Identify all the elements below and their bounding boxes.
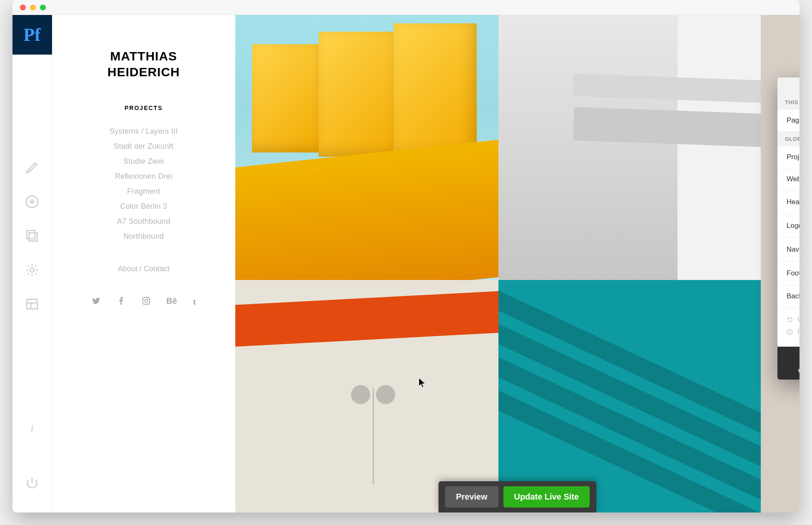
window-close-dot[interactable]	[20, 5, 26, 10]
app-logo[interactable]: Pf	[12, 15, 52, 55]
customize-panel: × THIS GALLERY Page Background GLOBAL Pr…	[777, 78, 800, 380]
panel-row[interactable]: Logo	[777, 214, 800, 238]
panel-row-label: Background	[787, 292, 800, 300]
project-link[interactable]: Studie Zwei	[69, 154, 219, 169]
tab-customize[interactable]: CUSTOMIZE	[777, 347, 800, 380]
tab-customize-label: CUSTOMIZE	[798, 368, 800, 374]
pages-icon[interactable]	[25, 229, 39, 243]
tumblr-icon[interactable]: t	[193, 296, 196, 308]
panel-row[interactable]: Footer	[777, 262, 800, 285]
panel-row[interactable]: Header	[777, 190, 800, 214]
undo-label: Undo last edit	[797, 316, 800, 323]
instagram-icon[interactable]	[142, 296, 151, 308]
revert-action[interactable]: Revert to last publish	[787, 326, 800, 338]
panel-drag-handle[interactable]: ×	[777, 78, 800, 95]
panel-row[interactable]: Page Background	[777, 110, 800, 132]
preview-button[interactable]: Preview	[445, 486, 498, 508]
project-tile-2[interactable]	[235, 280, 498, 512]
pencil-icon[interactable]	[25, 160, 39, 175]
panel-row-label: Footer	[787, 269, 800, 278]
tool-rail: Pf i	[12, 15, 52, 512]
publish-button[interactable]: Update Live Site	[503, 486, 590, 508]
cursor-icon	[418, 378, 426, 388]
project-tile-1[interactable]	[235, 15, 498, 280]
project-link[interactable]: Systems / Layers III	[69, 124, 219, 139]
svg-point-3	[30, 268, 34, 272]
facebook-icon[interactable]	[117, 296, 126, 308]
site-title: MATTHIAS HEIDERICH	[69, 48, 219, 80]
panel-tabs: CUSTOMIZE BASIC	[777, 347, 800, 380]
panel-row-label: Header	[787, 198, 800, 206]
project-link[interactable]: Fragment	[69, 184, 219, 199]
svg-point-6	[144, 299, 147, 302]
panel-actions: Undo last edit Revert to last publish	[777, 308, 800, 347]
panel-row-label: Page Background	[787, 116, 800, 125]
svg-rect-4	[27, 300, 37, 309]
layout-icon[interactable]	[25, 297, 39, 311]
project-link[interactable]: Stadt der Zukunft	[69, 139, 219, 154]
app-window: Pf i	[12, 0, 800, 512]
projects-nav: Systems / Layers IIIStadt der ZukunftStu…	[69, 124, 219, 244]
project-tile-4[interactable]	[498, 280, 761, 512]
svg-rect-1	[27, 230, 35, 239]
twitter-icon[interactable]	[92, 296, 101, 308]
social-links: Bē t	[69, 296, 219, 308]
info-icon[interactable]: i	[25, 422, 39, 436]
project-tile-3[interactable]	[498, 15, 761, 280]
project-link[interactable]: Color Berlin 3	[69, 199, 219, 214]
project-link[interactable]: Reflexionen Drei	[69, 169, 219, 184]
svg-point-7	[147, 298, 148, 299]
panel-row[interactable]: Background	[777, 285, 800, 308]
revert-label: Revert to last publish	[797, 328, 800, 336]
panel-row[interactable]: Project Covers	[777, 146, 800, 168]
gear-icon[interactable]	[25, 263, 39, 277]
panel-row-label: Navigation	[787, 245, 800, 254]
power-icon[interactable]	[25, 476, 39, 490]
plus-circle-icon[interactable]	[25, 195, 39, 209]
window-titlebar	[12, 0, 800, 15]
svg-rect-2	[29, 233, 37, 241]
panel-section-global: GLOBAL	[777, 132, 800, 146]
site-title-line2: HEIDERICH	[107, 65, 180, 79]
behance-icon[interactable]: Bē	[167, 296, 177, 308]
site-title-line1: MATTHIAS	[110, 49, 177, 63]
project-link[interactable]: Northbound	[69, 229, 219, 244]
window-zoom-dot[interactable]	[40, 5, 46, 10]
app-body: Pf i	[12, 15, 800, 512]
undo-action[interactable]: Undo last edit	[787, 313, 800, 326]
site-sidebar: MATTHIAS HEIDERICH PROJECTS Systems / La…	[52, 15, 235, 512]
panel-row[interactable]: Navigation	[777, 238, 800, 262]
panel-row-label: Project Covers	[787, 153, 800, 161]
panel-row-label: Website Container	[787, 175, 800, 183]
panel-row-label: Logo	[787, 222, 800, 230]
project-link[interactable]: A7 Southbound	[69, 214, 219, 229]
window-minimize-dot[interactable]	[30, 5, 36, 10]
canvas-area[interactable]: Preview Update Live Site × THIS GALLERY …	[235, 15, 800, 512]
about-link[interactable]: About / Contact	[69, 265, 219, 273]
projects-heading: PROJECTS	[69, 105, 219, 111]
panel-row[interactable]: Website Container	[777, 168, 800, 190]
panel-section-this: THIS GALLERY	[777, 95, 800, 110]
